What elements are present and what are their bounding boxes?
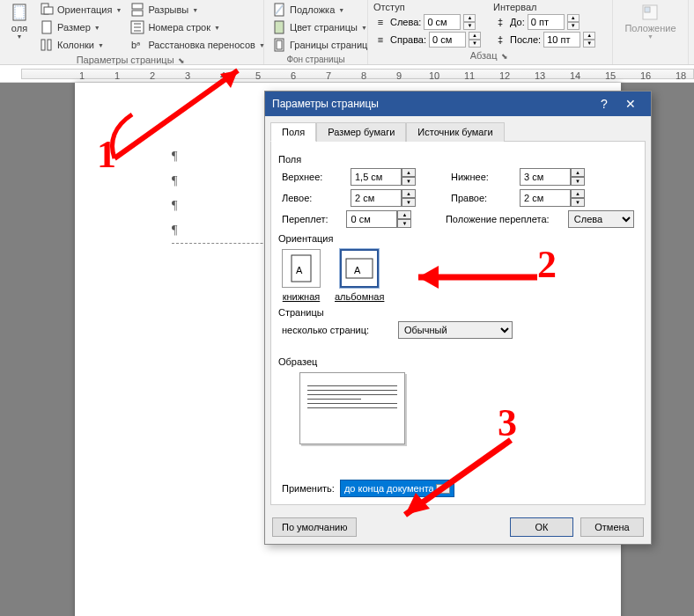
apply-to-select[interactable]: до конца документа ▼ (340, 480, 454, 497)
indent-left-icon: ≡ (373, 15, 388, 29)
page-borders-label: Границы страниц (290, 40, 367, 50)
portrait-icon: A (282, 249, 321, 288)
size-label: Размер (57, 22, 91, 33)
ribbon-group-arrange: Положение ▼ (613, 0, 689, 64)
hyphenation-button[interactable]: bᵃРасстановка переносов▼ (128, 37, 267, 53)
page-bg-group-label: Фон страницы (269, 53, 362, 66)
spacing-before-input[interactable] (528, 14, 565, 30)
bottom-margin-spinner[interactable]: ▲▼ (571, 168, 585, 186)
svg-rect-7 (132, 4, 143, 9)
line-numbers-button[interactable]: Номера строк▼ (128, 19, 267, 35)
breaks-icon (130, 3, 144, 17)
indent-left-spinner[interactable]: ▲▼ (463, 14, 476, 30)
svg-rect-20 (645, 7, 650, 12)
breaks-button[interactable]: Разрывы▼ (128, 2, 267, 18)
watermark-icon (272, 3, 286, 17)
portrait-button[interactable]: A книжная (282, 249, 321, 302)
indent-right-icon: ≡ (373, 33, 388, 47)
svg-text:A: A (354, 265, 361, 275)
paragraph-launcher[interactable]: ⬊ (499, 52, 510, 61)
gutter-pos-label: Положение переплета: (446, 214, 561, 224)
multi-pages-label: несколько страниц: (282, 325, 391, 335)
spacing-before-label: До: (510, 17, 525, 27)
tab-paper-size[interactable]: Размер бумаги (316, 122, 406, 142)
tab-paper-source[interactable]: Источник бумаги (406, 122, 504, 142)
columns-icon (40, 38, 54, 52)
right-margin-input[interactable] (520, 189, 571, 207)
portrait-label: книжная (283, 291, 321, 302)
landscape-icon: A (340, 249, 379, 288)
svg-rect-3 (44, 7, 53, 14)
page-color-button[interactable]: Цвет страницы▼ (269, 19, 362, 35)
chevron-down-icon: ▼ (17, 33, 23, 40)
ok-button[interactable]: ОК (510, 517, 573, 537)
left-margin-label: Левое: (282, 193, 343, 203)
margins-group-label: Поля (278, 154, 634, 165)
bottom-margin-label: Нижнее: (451, 172, 513, 182)
right-margin-spinner[interactable]: ▲▼ (571, 189, 585, 207)
svg-rect-16 (275, 21, 284, 33)
chevron-down-icon: ▼ (647, 33, 653, 40)
chevron-down-icon: ▼ (361, 25, 367, 31)
left-margin-input[interactable] (351, 189, 402, 207)
dialog-button-row: По умолчанию ОК Отмена (265, 510, 651, 544)
indent-heading: Отступ (373, 2, 481, 12)
columns-button[interactable]: Колонки▼ (37, 37, 124, 53)
gutter-input[interactable] (346, 210, 397, 228)
page-borders-icon (272, 38, 286, 52)
chevron-down-icon: ▼ (98, 42, 104, 48)
watermark-label: Подложка (290, 4, 335, 15)
bottom-margin-input[interactable] (520, 168, 571, 186)
close-button[interactable]: ✕ (617, 97, 644, 111)
page-setup-group-label: Параметры страницы (77, 55, 174, 65)
spacing-after-input[interactable] (543, 32, 580, 48)
cancel-button[interactable]: Отмена (580, 517, 644, 537)
position-label: Положение (624, 23, 676, 33)
tab-fields[interactable]: Поля (270, 122, 316, 142)
right-margin-label: Правое: (451, 193, 513, 203)
svg-rect-5 (41, 40, 45, 50)
paragraph-group-label: Абзац (470, 50, 498, 61)
indent-right-input[interactable] (429, 32, 466, 48)
indent-right-row: ≡Справа:▲▼ (373, 32, 481, 48)
position-button[interactable]: Положение ▼ (619, 2, 681, 41)
landscape-button[interactable]: A альбомная (335, 249, 384, 302)
indent-left-input[interactable] (424, 14, 461, 30)
indent-right-label: Справа: (390, 34, 426, 45)
indent-right-spinner[interactable]: ▲▼ (469, 32, 481, 48)
columns-label: Колонки (57, 40, 94, 50)
top-margin-label: Верхнее: (282, 172, 343, 182)
default-button[interactable]: По умолчанию (272, 517, 357, 537)
breaks-label: Разрывы (148, 4, 188, 15)
orientation-button[interactable]: Ориентация▼ (37, 2, 124, 18)
spacing-after-label: После: (510, 34, 541, 45)
help-button[interactable]: ? (591, 97, 617, 111)
margins-button[interactable]: оля ▼ (5, 2, 33, 53)
watermark-button[interactable]: Подложка▼ (269, 2, 362, 18)
margins-label: оля (11, 23, 27, 33)
spacing-heading: Интервал (493, 2, 595, 12)
left-margin-spinner[interactable]: ▲▼ (402, 189, 416, 207)
page-borders-button[interactable]: Границы страниц (269, 37, 362, 53)
gutter-spinner[interactable]: ▲▼ (397, 210, 411, 228)
svg-rect-4 (42, 21, 51, 33)
chevron-down-icon: ▼ (436, 484, 450, 494)
page-color-icon (272, 20, 286, 34)
spacing-after-spinner[interactable]: ▲▼ (583, 32, 595, 48)
margins-icon (11, 4, 28, 21)
dialog-titlebar[interactable]: Параметры страницы ? ✕ (265, 92, 651, 116)
hyphenation-label: Расстановка переносов (148, 40, 255, 50)
line-numbers-icon (130, 20, 144, 34)
gutter-pos-select[interactable]: Слева (568, 210, 634, 228)
top-margin-input[interactable] (351, 168, 402, 186)
page-setup-launcher[interactable]: ⬊ (176, 56, 187, 65)
tab-panel-fields: Поля Верхнее: ▲▼ Нижнее: ▲▼ Левое: ▲▼ Пр… (270, 141, 646, 505)
top-margin-spinner[interactable]: ▲▼ (402, 168, 416, 186)
apply-to-value: до конца документа (344, 483, 434, 494)
dialog-title: Параметры страницы (272, 98, 591, 110)
multi-pages-select[interactable]: Обычный (398, 321, 513, 339)
size-button[interactable]: Размер▼ (37, 19, 124, 35)
svg-text:bᵃ: bᵃ (131, 40, 140, 50)
spacing-before-spinner[interactable]: ▲▼ (567, 14, 580, 30)
horizontal-ruler[interactable]: 1 1 2 3 4 5 6 7 8 9 10 11 12 13 14 15 16… (0, 65, 694, 83)
